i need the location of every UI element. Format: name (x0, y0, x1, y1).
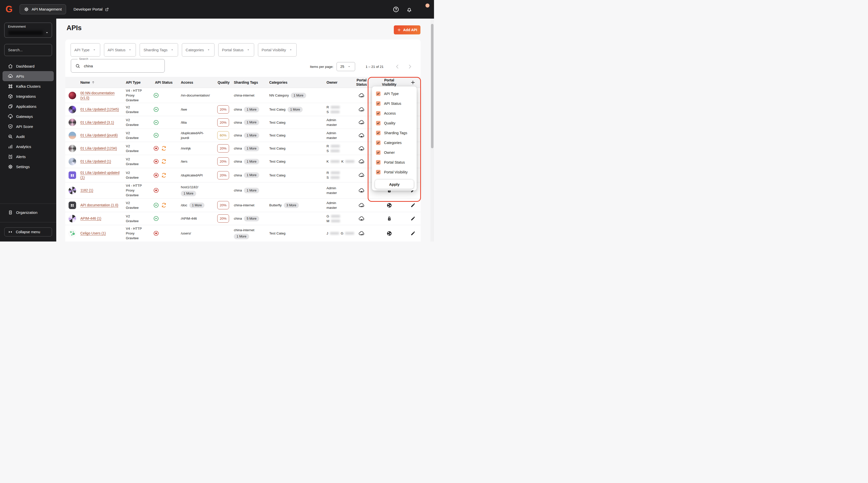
api-name-link[interactable]: API documentation (1.0) (81, 203, 118, 208)
api-name-link[interactable]: APIM-446 (1) (81, 216, 101, 221)
environment-select[interactable]: Environment (4, 23, 52, 38)
checkbox-checked[interactable] (376, 131, 380, 135)
api-name-link[interactable]: 1182 (1) (81, 188, 93, 193)
owner-line: M (327, 219, 340, 223)
tag-label: china-internet (234, 93, 254, 97)
api-stopped-icon (153, 231, 159, 236)
sidebar-item-organization[interactable]: Organization (0, 207, 56, 217)
app-switcher-api-management[interactable]: API Management (20, 4, 66, 14)
filter-label: Portal Status (222, 48, 244, 52)
filter-portal-visibility[interactable]: Portal Visibility (258, 43, 297, 57)
developer-portal-link[interactable]: Developer Portal (73, 7, 109, 11)
header-name[interactable]: Name (77, 77, 122, 88)
api-name-link[interactable]: 01 Lilia Updated (3.1) (81, 120, 114, 125)
avatar-status-dot (426, 3, 430, 7)
api-type-lines: V2Gravitee (126, 105, 138, 114)
scrollbar-thumb[interactable] (431, 24, 434, 148)
edit-icon[interactable] (410, 231, 416, 236)
column-option-api-status[interactable]: API Status (372, 98, 417, 108)
sidebar-search-input[interactable] (4, 48, 55, 52)
help-icon[interactable] (393, 6, 399, 13)
api-type-lines: V2Gravitee (126, 171, 138, 180)
sidebar-item-applications[interactable]: Applications (0, 101, 56, 111)
windows-icon (8, 104, 13, 109)
api-name-link[interactable]: 01 Lilia Updated (1234) (81, 146, 117, 151)
checkbox-checked[interactable] (376, 160, 380, 164)
checkbox-checked[interactable] (376, 101, 380, 106)
table-row: 1182 (1)V4 - HTTPProxyGraviteehost1/1182… (65, 182, 421, 198)
api-name-link[interactable]: 01 Lilia Updated updated (1) (81, 171, 122, 180)
filter-portal-status[interactable]: Portal Status (218, 43, 254, 57)
column-option-categories[interactable]: Categories (372, 138, 417, 148)
column-option-label: Access (384, 111, 396, 115)
owner-line: R (327, 105, 340, 110)
sidebar-item-analytics[interactable]: Analytics (0, 142, 56, 152)
search-check-icon (8, 134, 13, 139)
api-name-link[interactable]: 01 Lilia Updated (12345) (81, 107, 119, 112)
api-name-link[interactable]: 01 Lilia Updated (jourdi) (81, 133, 118, 138)
sidebar-item-dashboard[interactable]: Dashboard (0, 61, 56, 71)
notifications-icon[interactable] (406, 6, 413, 13)
sidebar-item-integrations[interactable]: Integrations (0, 91, 56, 101)
column-option-portal-status[interactable]: Portal Status (372, 157, 417, 167)
api-type-lines: V4 - HTTPProxyGravitee (126, 183, 142, 198)
checkbox-checked[interactable] (376, 141, 380, 145)
sidebar-item-label: Organization (16, 210, 37, 215)
tag-label: china (234, 121, 242, 124)
table-body: 00 NN-documentation (v1.0)V4 - HTTPProxy… (65, 88, 421, 241)
cell-portal-status (350, 103, 373, 116)
cell-api-type: V4 - HTTPProxyGravitee (122, 225, 151, 241)
edit-icon[interactable] (410, 203, 416, 208)
filter-api-type[interactable]: API Type (70, 43, 100, 57)
previous-page-icon[interactable] (395, 64, 400, 69)
checkbox-checked[interactable] (376, 111, 380, 116)
table-row: 01 Lilia Updated (1)V2Gravitee/ters20%ch… (65, 155, 421, 168)
sidebar-item-audit[interactable]: Audit (0, 131, 56, 142)
header-api-type: API Type (122, 77, 151, 88)
cell-sharding-tags: china1 More (232, 155, 268, 168)
next-page-icon[interactable] (407, 64, 413, 69)
sidebar-item-apis[interactable]: APIs (2, 71, 54, 81)
add-api-button[interactable]: Add API (394, 25, 421, 34)
column-option-portal-visibility[interactable]: Portal Visibility (372, 167, 417, 177)
filter-categories[interactable]: Categories (182, 43, 215, 57)
sidebar-item-kafka-clusters[interactable]: Kafka Clusters (0, 81, 56, 91)
column-option-label: Quality (384, 121, 395, 125)
column-option-owner[interactable]: Owner (372, 148, 417, 157)
column-option-access[interactable]: Access (372, 108, 417, 118)
add-column-icon[interactable] (410, 80, 415, 85)
sidebar-item-label: Analytics (16, 145, 31, 149)
column-option-api-type[interactable]: API Type (372, 89, 417, 98)
filter-sharding-tags[interactable]: Sharding Tags (140, 43, 178, 57)
tag-more-badge: 1 More (234, 234, 249, 239)
category-line: Test Categ (269, 147, 285, 150)
edit-icon[interactable] (410, 216, 416, 221)
cell-categories (268, 212, 325, 225)
cell-portal-status (350, 142, 373, 155)
sidebar-item-api-score[interactable]: API Score (0, 121, 56, 131)
apply-button[interactable]: Apply (375, 180, 414, 189)
column-option-quality[interactable]: Quality (372, 118, 417, 128)
checkbox-checked[interactable] (376, 170, 380, 174)
collapse-menu-button[interactable]: Collapse menu (4, 228, 52, 237)
sidebar-item-alerts[interactable]: Alerts (0, 152, 56, 161)
column-option-sharding-tags[interactable]: Sharding Tags (372, 128, 417, 138)
table-search-input[interactable] (81, 64, 164, 68)
api-name-link[interactable]: Celigo Users (1) (81, 231, 106, 236)
filter-api-status[interactable]: API Status (104, 43, 136, 57)
api-name-link[interactable]: 00 NN-documentation (v1.0) (81, 91, 122, 100)
cell-categories: Test Categ (268, 168, 325, 182)
items-per-page-select[interactable]: 25 (337, 62, 355, 71)
checkbox-checked[interactable] (376, 91, 380, 96)
checkbox-checked[interactable] (376, 150, 380, 155)
api-started-icon (153, 216, 159, 221)
api-name-link[interactable]: 01 Lilia Updated (1) (81, 159, 111, 164)
cell-access: /twe (177, 103, 214, 116)
sidebar-item-gateways[interactable]: Gateways (0, 111, 56, 121)
api-type-lines: V4 - HTTPProxyGravitee (126, 226, 142, 241)
user-avatar[interactable] (419, 5, 429, 14)
cell-portal-status (350, 88, 373, 103)
sidebar-item-settings[interactable]: Settings (0, 161, 56, 172)
checkbox-checked[interactable] (376, 121, 380, 125)
owner-text: S (327, 149, 329, 153)
